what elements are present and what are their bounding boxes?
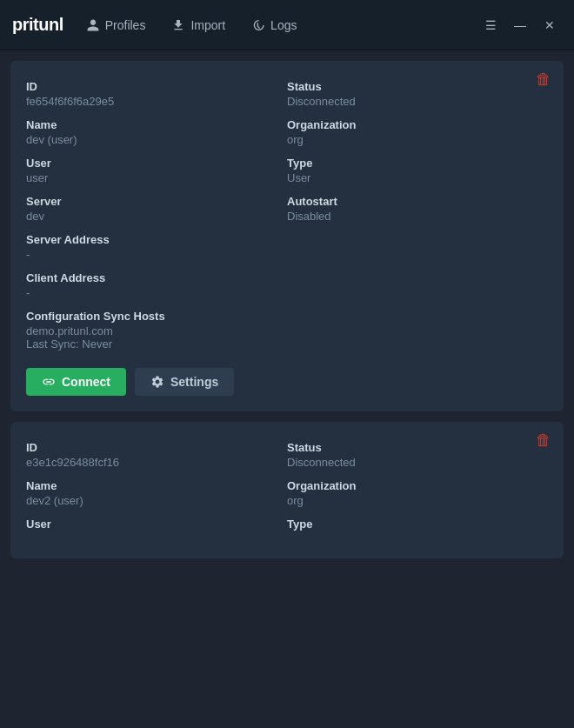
field-server-1: Server dev (26, 190, 287, 228)
delete-profile-1-button[interactable]: 🗑 (536, 71, 551, 87)
field-server-value-1: dev (26, 210, 287, 223)
field-type-value-1: User (287, 171, 548, 184)
field-org-value-2: org (287, 494, 548, 507)
field-name-label-2: Name (26, 479, 287, 492)
field-org-1: Organization org (287, 113, 548, 151)
settings-profile-1-button[interactable]: Settings (135, 368, 234, 396)
minimize-button[interactable]: — (508, 13, 532, 37)
field-server-address-1: Server Address - (26, 228, 287, 266)
download-icon (171, 18, 185, 32)
field-org-label-2: Organization (287, 479, 548, 492)
delete-profile-2-button[interactable]: 🗑 (536, 432, 551, 448)
close-button[interactable]: ✕ (537, 13, 562, 37)
connect-1-label: Connect (62, 375, 110, 389)
field-status-label-2: Status (287, 441, 548, 454)
profile-card-1: 🗑 ID fe654f6f6f6a29e5 Status Disconnecte… (10, 61, 564, 411)
field-user-2: User (26, 512, 287, 538)
history-icon (251, 18, 265, 32)
field-org-value-1: org (287, 133, 548, 146)
connect-profile-1-button[interactable]: Connect (26, 368, 126, 396)
field-name-value-1: dev (user) (26, 133, 287, 146)
minimize-icon: — (514, 18, 526, 32)
logo-text: pritunl (12, 15, 63, 35)
field-id-1: ID fe654f6f6f6a29e5 (26, 75, 287, 113)
field-type-label-1: Type (287, 157, 548, 170)
nav-logs-button[interactable]: Logs (241, 13, 307, 37)
field-status-2: Status Disconnected (287, 436, 548, 474)
field-server-address-label-1: Server Address (26, 233, 287, 246)
field-server-address-value-1: - (26, 248, 287, 261)
nav-profiles-label: Profiles (105, 18, 146, 32)
field-status-label-1: Status (287, 80, 548, 93)
field-server-label-1: Server (26, 195, 287, 208)
field-name-label-1: Name (26, 118, 287, 131)
logo: pritunl (12, 15, 63, 35)
trash-icon: 🗑 (536, 70, 551, 88)
field-status-value-2: Disconnected (287, 456, 548, 469)
field-autostart-value-1: Disabled (287, 210, 548, 223)
field-client-address-1: Client Address - (26, 266, 287, 304)
user-icon (86, 18, 100, 32)
field-id-label-1: ID (26, 80, 287, 93)
field-sync-hosts-label-1: Configuration Sync Hosts (26, 310, 548, 323)
card-1-actions: Connect Settings (26, 368, 548, 396)
menu-icon: ☰ (485, 18, 497, 32)
field-user-1: User user (26, 151, 287, 190)
settings-icon (150, 375, 164, 389)
field-user-label-2: User (26, 518, 287, 531)
trash-icon-2: 🗑 (536, 431, 551, 449)
nav-import-button[interactable]: Import (161, 13, 236, 37)
field-status-1: Status Disconnected (287, 75, 548, 113)
field-name-2: Name dev2 (user) (26, 474, 287, 512)
field-name-1: Name dev (user) (26, 113, 287, 151)
field-type-2: Type (287, 512, 548, 538)
profile-card-2: 🗑 ID e3e1c926488fcf16 Status Disconnecte… (10, 422, 564, 558)
field-client-address-value-1: - (26, 286, 287, 299)
field-type-label-2: Type (287, 518, 548, 531)
menu-button[interactable]: ☰ (478, 13, 503, 37)
link-icon (42, 375, 56, 389)
nav-logs-label: Logs (270, 18, 297, 32)
nav-import-label: Import (190, 18, 225, 32)
field-autostart-1: Autostart Disabled (287, 190, 548, 228)
field-id-value-2: e3e1c926488fcf16 (26, 456, 287, 469)
field-user-value-1: user (26, 171, 287, 184)
nav-profiles-button[interactable]: Profiles (76, 13, 157, 37)
close-icon: ✕ (544, 18, 555, 32)
titlebar: pritunl Profiles Import Logs ☰ — ✕ (0, 0, 574, 50)
field-id-label-2: ID (26, 441, 287, 454)
field-sync-hosts-value-1: demo.pritunl.com (26, 324, 548, 337)
field-name-value-2: dev2 (user) (26, 494, 287, 507)
field-autostart-label-1: Autostart (287, 195, 548, 208)
field-org-2: Organization org (287, 474, 548, 512)
field-type-1: Type User (287, 151, 548, 190)
field-id-value-1: fe654f6f6f6a29e5 (26, 95, 287, 108)
field-client-address-label-1: Client Address (26, 271, 287, 284)
field-id-2: ID e3e1c926488fcf16 (26, 436, 287, 474)
field-placeholder-1 (287, 228, 548, 266)
field-user-label-1: User (26, 157, 287, 170)
settings-1-label: Settings (170, 375, 218, 389)
profile-list: 🗑 ID fe654f6f6f6a29e5 Status Disconnecte… (0, 50, 574, 728)
field-placeholder-1b (287, 266, 548, 304)
field-last-sync-1: Last Sync: Never (26, 337, 548, 351)
field-sync-hosts-1: Configuration Sync Hosts demo.pritunl.co… (26, 304, 548, 356)
field-org-label-1: Organization (287, 118, 548, 131)
field-status-value-1: Disconnected (287, 95, 548, 108)
